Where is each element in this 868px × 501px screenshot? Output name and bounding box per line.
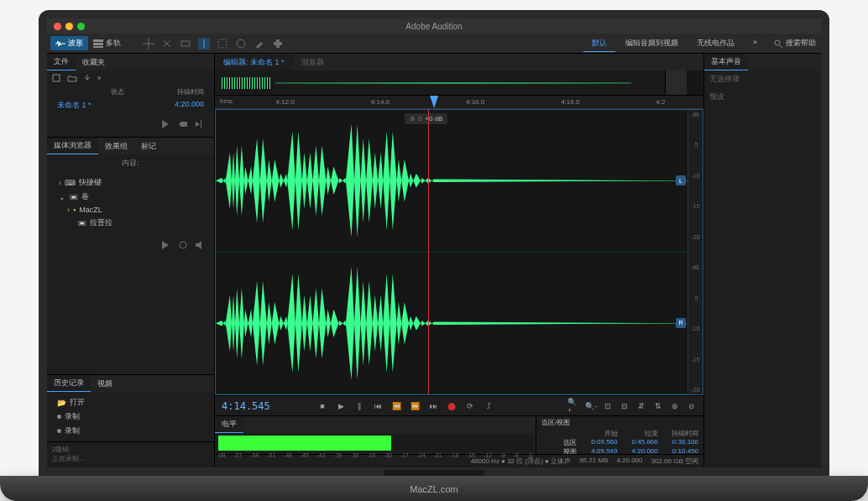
status-duration: 4:20.000 (616, 457, 642, 466)
autoplay-icon[interactable] (196, 120, 207, 128)
tree-lapla[interactable]: 📼拉普拉 (55, 216, 206, 230)
zoom-full-icon[interactable]: ⊡ (601, 399, 614, 413)
file-duration: 4:20.000 (175, 100, 204, 111)
loop-browser-icon[interactable] (179, 241, 191, 249)
history-record-1[interactable]: 录制 (52, 410, 209, 424)
loop-preview-icon[interactable] (179, 120, 191, 128)
audio-overview[interactable] (215, 70, 703, 96)
sel-dur[interactable]: 0:36.106 (663, 438, 698, 447)
tab-video[interactable]: 视频 (91, 376, 119, 392)
zoom-in-v-icon[interactable]: ⇵ (635, 399, 648, 413)
multitrack-mode-button[interactable]: 多轨 (88, 36, 126, 50)
tab-media-browser[interactable]: 媒体浏览器 (47, 138, 98, 154)
history-open[interactable]: 📂打开 (52, 395, 209, 410)
rewind-button[interactable]: ⏪ (390, 399, 403, 413)
skip-button[interactable]: ⤴ (482, 399, 495, 413)
slip-tool-icon[interactable] (180, 38, 191, 50)
search-icon (774, 39, 782, 48)
file-name: 未命名 1 * (57, 100, 92, 111)
heal-tool-icon[interactable] (272, 38, 284, 50)
channel-left: L (216, 110, 688, 253)
nav-cube-icon[interactable] (665, 70, 687, 95)
window-controls (47, 23, 85, 30)
tab-levels[interactable]: 电平 (215, 416, 243, 433)
record-button[interactable]: ⬤ (445, 399, 458, 413)
time-select-tool-icon[interactable] (198, 38, 210, 50)
play-preview-icon[interactable] (162, 120, 174, 128)
selection-view-panel: 选区/视图 开始结束持续时间 选区0:09.5600:45.6660:36.10… (536, 416, 703, 454)
zoom-out-point-icon[interactable]: ⊖ (685, 399, 698, 413)
play-button[interactable]: ▶ (334, 399, 348, 413)
hud-toggle-icon[interactable] (687, 70, 703, 95)
svg-rect-9 (53, 75, 60, 81)
new-file-icon[interactable] (52, 74, 62, 82)
zoom-sel-icon[interactable]: ⊟ (618, 399, 631, 413)
import-icon[interactable] (82, 74, 92, 82)
col-duration: 持续时间 (177, 87, 204, 97)
lasso-tool-icon[interactable] (235, 38, 247, 50)
tab-files[interactable]: 文件 (47, 54, 76, 70)
next-button[interactable]: ⏭ (426, 399, 440, 413)
forward-button[interactable]: ⏩ (408, 399, 421, 413)
tree-volumes[interactable]: ⌄📼卷 (55, 190, 206, 204)
tab-editor[interactable]: 编辑器: 未命名 1 * (215, 55, 293, 70)
workspace-radio[interactable]: 无线电作品 (688, 35, 743, 52)
multitrack-icon (93, 39, 103, 48)
move-tool-icon[interactable] (143, 38, 154, 50)
file-row[interactable]: 未命名 1 * 4:20.000 (52, 98, 209, 112)
marquee-tool-icon[interactable] (217, 38, 228, 50)
undo-count: 2撤销 (52, 445, 209, 454)
sel-start[interactable]: 0:09.560 (582, 438, 617, 447)
level-scale: dB-57-54-51-48-45-42-39-36-33-30-27-24-2… (218, 452, 532, 458)
history-record-2[interactable]: 录制 (52, 424, 209, 438)
channel-badge-left[interactable]: L (676, 175, 686, 185)
tab-favorites[interactable]: 收藏夹 (76, 55, 112, 70)
brush-tool-icon[interactable] (254, 38, 265, 50)
zoom-out-v-icon[interactable]: ⇅ (651, 399, 665, 413)
zoom-in-point-icon[interactable]: ⊕ (668, 399, 682, 413)
zoom-out-icon[interactable]: 🔍- (584, 399, 598, 413)
stop-button[interactable]: ■ (316, 399, 329, 413)
sel-end[interactable]: 0:45.666 (623, 438, 658, 447)
tree-maczl[interactable]: ›▪MacZL (55, 204, 206, 216)
workspace-default[interactable]: 默认 (583, 35, 615, 52)
waveform-icon (55, 39, 65, 48)
svg-rect-7 (274, 42, 282, 45)
levels-panel: 电平 dB-57-54-51-48-45-42-39-36-33-30-27-2… (215, 415, 703, 454)
cut-tool-icon[interactable] (161, 38, 173, 50)
workspace-more[interactable]: » (745, 35, 766, 52)
status-memory: 95.21 MB (579, 457, 608, 466)
tree-shortcuts[interactable]: ›⌨快捷键 (55, 175, 206, 190)
zoom-in-icon[interactable]: 🔍+ (567, 399, 581, 413)
svg-rect-2 (93, 46, 103, 48)
svg-point-10 (180, 242, 186, 248)
tab-effects-rack[interactable]: 效果组 (98, 138, 134, 154)
help-search[interactable]: 搜索帮助 (774, 38, 816, 49)
close-icon[interactable] (54, 23, 61, 30)
loop-button[interactable]: ⟳ (463, 399, 477, 413)
app-title: Adobe Audition (405, 22, 462, 31)
open-file-icon[interactable] (67, 74, 77, 82)
waveform-mode-button[interactable]: 波形 (50, 36, 88, 50)
timeline-ruler[interactable]: hms 4:12.0 4:14.0 4:16.0 4:18.0 4:2 (215, 96, 703, 109)
status-disk: 302.09 GB 空闲 (651, 457, 698, 466)
channel-badge-right[interactable]: R (676, 318, 686, 328)
tab-essential-sound[interactable]: 基本声音 (704, 54, 748, 70)
app-window: Adobe Audition 波形 多轨 (47, 18, 821, 467)
svg-rect-1 (93, 43, 103, 45)
prev-button[interactable]: ⏮ (371, 399, 384, 413)
tab-markers[interactable]: 标记 (134, 138, 163, 154)
minimize-icon[interactable] (65, 23, 73, 30)
timecode-display[interactable]: 4:14.545 (215, 400, 307, 412)
svg-point-5 (237, 39, 245, 48)
pause-button[interactable]: ∥ (353, 399, 366, 413)
playhead-line (428, 110, 429, 394)
maximize-icon[interactable] (77, 23, 85, 30)
play-browser-icon[interactable] (162, 241, 174, 249)
tab-history[interactable]: 历史记录 (47, 375, 91, 392)
sound-browser-icon[interactable] (196, 241, 207, 249)
titlebar: Adobe Audition (47, 18, 821, 34)
tab-mixer[interactable]: 混音器 (293, 55, 332, 70)
workspace-edit-to-video[interactable]: 编辑音频到视频 (617, 35, 687, 52)
waveform-display[interactable]: ⊕ ⊙ +0 dB L (215, 109, 703, 395)
